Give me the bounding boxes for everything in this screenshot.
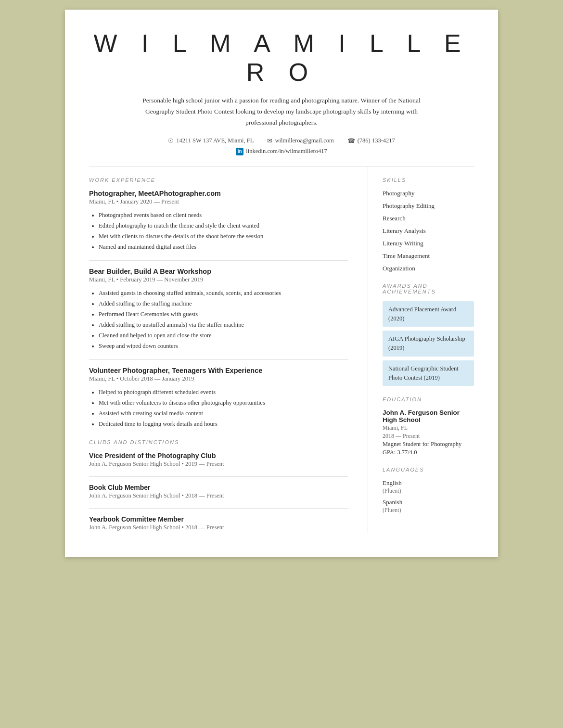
club-3-meta: John A. Ferguson Senior High School • 20… [89,524,348,531]
skills-list: PhotographyPhotography EditingResearchLi… [383,190,474,272]
edu-gpa: GPA: 3.77/4.0 [383,449,474,456]
language-name: Spanish [383,498,474,506]
job-1-meta: Miami, FL • January 2020 — Present [89,198,348,205]
club-1: Vice President of the Photography Club J… [89,452,348,468]
job-2: Bear Builder, Build A Bear Workshop Miam… [89,268,348,351]
candidate-name: W I L M A M I L L E R O [89,29,474,87]
languages-section-title: LANGUAGES [383,467,474,473]
list-item: Dedicated time to logging work details a… [99,419,348,429]
job-2-meta: Miami, FL • February 2019 — November 201… [89,276,348,283]
list-item: Added stuffing to the stuffing machine [99,299,348,308]
awards-list: Advanced Placement Award (2020)AIGA Phot… [383,301,474,386]
job-3-title: Volunteer Photographer, Teenagers With E… [89,367,348,374]
list-item: Photographed events based on client need… [99,210,348,220]
email-item: ✉ wilmilleroa@gmail.com [267,137,333,145]
divider-2 [89,359,348,360]
club-2: Book Club Member John A. Ferguson Senior… [89,484,348,499]
edu-location: Miami, FL [383,424,474,432]
header-section: W I L M A M I L L E R O Personable high … [89,29,474,155]
phone-icon: ☎ [347,137,355,145]
edu-school: John A. Ferguson Senior High School [383,409,474,423]
linkedin-row: in linkedin.com/in/wilmamillero417 [89,148,474,155]
list-item: Helped to photograph different scheduled… [99,387,348,397]
languages-list: English(Fluent)Spanish(Fluent) [383,479,474,514]
divider-3 [89,476,348,477]
list-item: Added stuffing to unstuffed animals) via… [99,320,348,330]
job-1-bullets: Photographed events based on client need… [89,210,348,252]
work-experience-section-title: WORK EXPERIENCE [89,177,348,183]
awards-section-title: AWARDS AND ACHIEVEMENTS [383,283,474,294]
email-text: wilmilleroa@gmail.com [275,137,333,144]
list-item: Met with clients to discuss the details … [99,231,348,241]
email-icon: ✉ [267,137,272,145]
skill-item: Literary Writing [383,240,474,247]
job-1: Photographer, MeetAPhotographer.com Miam… [89,190,348,252]
club-1-meta: John A. Ferguson Senior High School • 20… [89,460,348,468]
list-item: Sweep and wiped down counters [99,341,348,351]
list-item: Edited photography to match the theme an… [99,221,348,230]
job-2-title: Bear Builder, Build A Bear Workshop [89,268,348,275]
clubs-section-title: CLUBS AND DISTINCTIONS [89,439,348,445]
award-box: AIGA Photography Scholarship (2019) [383,331,474,357]
list-item: Assisted guests in choosing stuffed anim… [99,288,348,298]
job-2-bullets: Assisted guests in choosing stuffed anim… [89,288,348,351]
skill-item: Time Management [383,252,474,260]
list-item: Cleaned and helped to open and close the… [99,331,348,340]
summary-text: Personable high school junior with a pas… [132,95,431,128]
address-text: 14211 SW 137 AVE, Miami, FL [176,137,254,144]
language-name: English [383,479,474,487]
skill-item: Photography Editing [383,202,474,210]
club-2-title: Book Club Member [89,484,348,491]
two-col-layout: WORK EXPERIENCE Photographer, MeetAPhoto… [89,166,474,533]
linkedin-text: linkedin.com/in/wilmamillero417 [246,148,327,155]
language-level: (Fluent) [383,507,474,514]
job-3-bullets: Helped to photograph different scheduled… [89,387,348,429]
contact-row: ☉ 14211 SW 137 AVE, Miami, FL ✉ wilmille… [89,137,474,145]
language-level: (Fluent) [383,487,474,495]
resume-container: W I L M A M I L L E R O Personable high … [65,10,498,557]
divider-4 [89,508,348,509]
left-column: WORK EXPERIENCE Photographer, MeetAPhoto… [89,166,368,533]
list-item: Performed Heart Ceremonies with guests [99,309,348,319]
club-2-meta: John A. Ferguson Senior High School • 20… [89,492,348,499]
edu-detail: Magnet Student for Photography [383,441,474,448]
club-1-title: Vice President of the Photography Club [89,452,348,460]
divider-1 [89,260,348,261]
list-item: Met with other volunteers to discuss oth… [99,398,348,408]
linkedin-icon: in [236,148,243,155]
education-block: John A. Ferguson Senior High School Miam… [383,409,474,456]
job-3: Volunteer Photographer, Teenagers With E… [89,367,348,429]
job-1-title: Photographer, MeetAPhotographer.com [89,190,348,197]
award-box: Advanced Placement Award (2020) [383,301,474,327]
list-item: Named and maintained digital asset files [99,242,348,252]
education-section-title: EDUCATION [383,396,474,402]
club-3: Yearbook Committee Member John A. Fergus… [89,515,348,531]
skill-item: Research [383,215,474,222]
skill-item: Organization [383,265,474,272]
skills-section-title: SKILLS [383,177,474,183]
edu-dates: 2018 — Present [383,433,474,440]
address-item: ☉ 14211 SW 137 AVE, Miami, FL [168,137,254,145]
right-column: SKILLS PhotographyPhotography EditingRes… [368,166,474,533]
skill-item: Literary Analysis [383,227,474,235]
club-3-title: Yearbook Committee Member [89,515,348,523]
phone-text: (786) 133-4217 [358,137,395,144]
phone-item: ☎ (786) 133-4217 [347,137,395,145]
skill-item: Photography [383,190,474,197]
list-item: Assisted with creating social media cont… [99,409,348,418]
job-3-meta: Miami, FL • October 2018 — January 2019 [89,375,348,383]
location-icon: ☉ [168,137,174,145]
award-box: National Geographic Student Photo Contes… [383,360,474,386]
